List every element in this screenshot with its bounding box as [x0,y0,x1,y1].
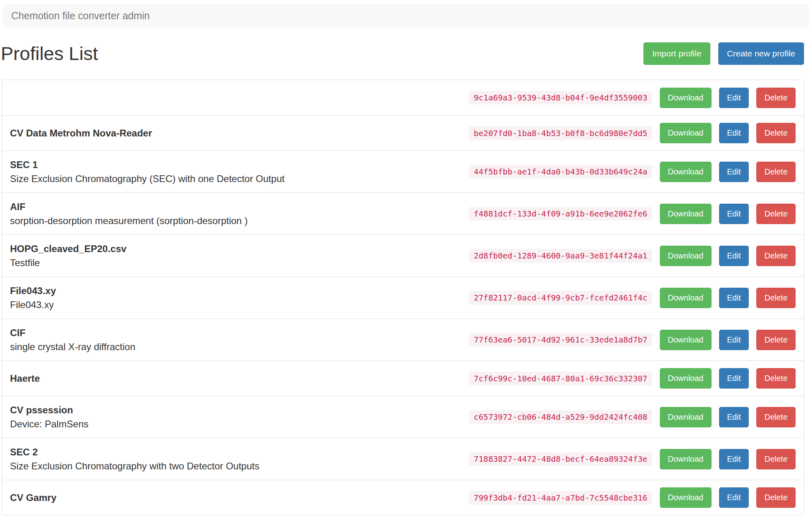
profile-row: CV Data Metrohm Nova-Reader be207fd0-1ba… [2,115,804,150]
edit-button[interactable]: Edit [719,288,749,308]
profile-title: CV Gamry [10,491,461,505]
profile-title: File043.xy [10,284,461,298]
delete-button[interactable]: Delete [756,330,796,350]
profile-row: SEC 2 Size Exclusion Chromatography with… [2,438,804,480]
profile-row: File043.xy File043.xy 27f82117-0acd-4f99… [2,277,804,319]
download-button[interactable]: Download [660,123,712,143]
profile-actions: 2d8fb0ed-1289-4600-9aa9-3e81f44f24a1 Dow… [469,246,796,266]
edit-button[interactable]: Edit [719,204,749,224]
profile-uuid: 799f3db4-fd21-4aa7-a7bd-7c5548cbe316 [469,491,652,505]
profile-uuid: 77f63ea6-5017-4d92-961c-33ede1a8d7b7 [469,333,652,347]
profile-info: CV Data Metrohm Nova-Reader [10,126,469,140]
profile-description: Testfile [10,256,461,270]
edit-button[interactable]: Edit [719,330,749,350]
profile-description: File043.xy [10,298,461,312]
profile-title: CV Data Metrohm Nova-Reader [10,126,461,140]
profile-uuid: be207fd0-1ba8-4b53-b0f8-bc6d980e7dd5 [469,126,652,140]
profile-title: HOPG_cleaved_EP20.csv [10,242,461,256]
profile-title: AIF [10,200,461,214]
profile-title: SEC 1 [10,158,461,172]
profile-uuid: f4881dcf-133d-4f09-a91b-6ee9e2062fe6 [469,207,652,220]
profile-row: CV Gamry 799f3db4-fd21-4aa7-a7bd-7c5548c… [2,480,804,515]
delete-button[interactable]: Delete [756,162,796,182]
profile-actions: 799f3db4-fd21-4aa7-a7bd-7c5548cbe316 Dow… [469,487,796,508]
profile-uuid: 7cf6c99c-10ed-4687-80a1-69c36c332307 [469,372,652,385]
profile-title: CV pssession [10,403,461,417]
profile-row: 9c1a69a3-9539-43d8-b04f-9e4df3559003 Dow… [2,80,804,115]
header-buttons: Import profile Create new profile [643,42,804,65]
profile-title: CIF [10,326,461,340]
profile-info: SEC 2 Size Exclusion Chromatography with… [10,445,469,473]
delete-button[interactable]: Delete [756,123,796,143]
delete-button[interactable]: Delete [756,368,796,389]
download-button[interactable]: Download [660,368,712,389]
profile-actions: 7cf6c99c-10ed-4687-80a1-69c36c332307 Dow… [469,368,796,389]
profile-description: Device: PalmSens [10,417,461,431]
profile-actions: 44f5bfbb-ae1f-4da0-b43b-0d33b649c24a Dow… [469,162,796,182]
delete-button[interactable]: Delete [756,246,796,266]
profile-actions: 71883827-4472-48d8-becf-64ea89324f3e Dow… [469,449,796,469]
profile-description: Size Exclusion Chromatography with two D… [10,459,461,473]
profile-uuid: 2d8fb0ed-1289-4600-9aa9-3e81f44f24a1 [469,249,652,263]
page-title: Profiles List [1,43,98,64]
edit-button[interactable]: Edit [719,246,749,266]
profile-row: Haerte 7cf6c99c-10ed-4687-80a1-69c36c332… [2,361,804,396]
profile-title: SEC 2 [10,445,461,459]
profile-row: HOPG_cleaved_EP20.csv Testfile 2d8fb0ed-… [2,234,804,277]
download-button[interactable]: Download [660,487,712,508]
profile-uuid: c6573972-cb06-484d-a529-9dd2424fc408 [469,410,652,424]
profiles-list: 9c1a69a3-9539-43d8-b04f-9e4df3559003 Dow… [2,80,804,515]
profile-info: CV Gamry [10,491,469,505]
download-button[interactable]: Download [660,449,712,469]
profile-info: Haerte [10,371,469,385]
download-button[interactable]: Download [660,88,712,108]
delete-button[interactable]: Delete [756,288,796,308]
profile-uuid: 44f5bfbb-ae1f-4da0-b43b-0d33b649c24a [469,165,652,178]
profile-actions: f4881dcf-133d-4f09-a91b-6ee9e2062fe6 Dow… [469,204,796,224]
profile-info: HOPG_cleaved_EP20.csv Testfile [10,242,469,270]
delete-button[interactable]: Delete [756,449,796,469]
page: Chemotion file converter admin Profiles … [0,0,812,523]
delete-button[interactable]: Delete [756,204,796,224]
profile-row: CIF single crystal X-ray diffraction 77f… [2,319,804,361]
profile-title: Haerte [10,371,461,385]
profile-description: sorption-desorption measurement (sorptio… [10,214,461,228]
profile-info: File043.xy File043.xy [10,284,469,312]
download-button[interactable]: Download [660,162,712,182]
edit-button[interactable]: Edit [719,449,749,469]
profile-actions: 9c1a69a3-9539-43d8-b04f-9e4df3559003 Dow… [469,88,796,108]
navbar-brand[interactable]: Chemotion file converter admin [11,10,150,22]
delete-button[interactable]: Delete [756,407,796,427]
profile-info: CV pssession Device: PalmSens [10,403,469,431]
profile-info: AIF sorption-desorption measurement (sor… [10,200,469,228]
profile-actions: c6573972-cb06-484d-a529-9dd2424fc408 Dow… [469,407,796,427]
import-profile-button[interactable]: Import profile [643,42,710,65]
download-button[interactable]: Download [660,330,712,350]
profile-info: SEC 1 Size Exclusion Chromatography (SEC… [10,158,469,186]
profile-row: AIF sorption-desorption measurement (sor… [2,192,804,234]
profile-description: Size Exclusion Chromatography (SEC) with… [10,172,461,186]
profile-description: single crystal X-ray diffraction [10,340,461,354]
edit-button[interactable]: Edit [719,88,749,108]
profile-actions: 27f82117-0acd-4f99-9cb7-fcefd2461f4c Dow… [469,288,796,308]
top-navbar: Chemotion file converter admin [3,4,809,27]
profile-actions: be207fd0-1ba8-4b53-b0f8-bc6d980e7dd5 Dow… [469,123,796,143]
create-new-profile-button[interactable]: Create new profile [718,42,804,65]
edit-button[interactable]: Edit [719,162,749,182]
edit-button[interactable]: Edit [719,123,749,143]
profile-row: CV pssession Device: PalmSens c6573972-c… [2,396,804,438]
page-header: Profiles List Import profile Create new … [1,42,804,65]
profile-actions: 77f63ea6-5017-4d92-961c-33ede1a8d7b7 Dow… [469,330,796,350]
download-button[interactable]: Download [660,204,712,224]
profile-row: SEC 1 Size Exclusion Chromatography (SEC… [2,150,804,192]
edit-button[interactable]: Edit [719,368,749,389]
delete-button[interactable]: Delete [756,487,796,508]
profile-uuid: 27f82117-0acd-4f99-9cb7-fcefd2461f4c [469,291,652,305]
edit-button[interactable]: Edit [719,407,749,427]
download-button[interactable]: Download [660,246,712,266]
profile-uuid: 9c1a69a3-9539-43d8-b04f-9e4df3559003 [469,91,652,104]
edit-button[interactable]: Edit [719,487,749,508]
delete-button[interactable]: Delete [756,88,796,108]
download-button[interactable]: Download [660,288,712,308]
download-button[interactable]: Download [660,407,712,427]
